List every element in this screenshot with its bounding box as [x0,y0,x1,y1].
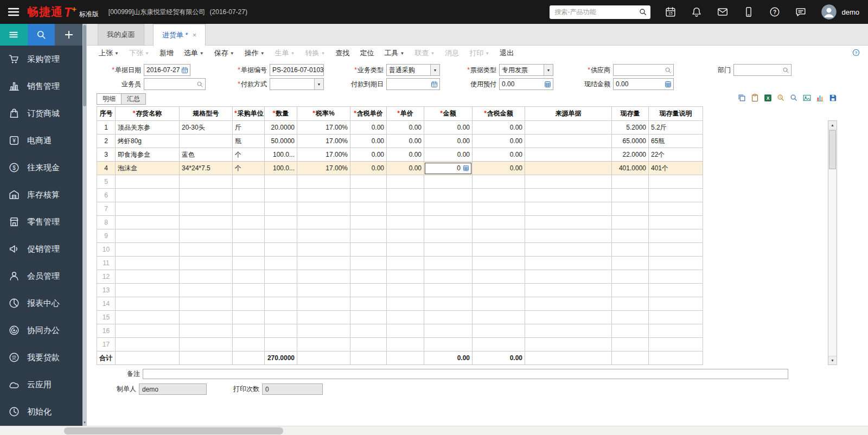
save-layout-icon[interactable] [828,93,838,103]
grid-cell[interactable] [233,338,265,351]
grid-cell[interactable] [180,229,233,243]
grid-cell[interactable] [473,297,525,311]
grid-cell[interactable] [350,311,387,324]
grid-cell[interactable] [424,243,473,257]
grid-cell[interactable] [424,270,473,284]
toolbar-locate[interactable]: 定位 [360,48,374,58]
grid-cell[interactable]: 0.00 [473,148,525,162]
grid-cell[interactable]: 20-30头 [180,121,233,135]
grid-cell[interactable] [525,297,612,311]
grid-cell[interactable] [612,311,649,324]
grid-cell[interactable] [649,324,703,338]
grid-cell[interactable]: 1 [97,121,116,135]
grid-cell[interactable]: 0.00 [473,135,525,148]
sidebar-item-inventory[interactable]: 库存核算 [0,181,82,208]
horizontal-scrollbar[interactable] [0,426,868,435]
grid-cell[interactable] [180,175,233,189]
pay-method-input[interactable]: ▼ [270,78,324,90]
paste-icon[interactable] [750,93,760,103]
grid-cell[interactable]: 20.0000 [265,121,297,135]
grid-empty-row[interactable]: 15 [97,311,703,324]
grid-cell[interactable] [265,284,297,297]
scroll-thumb[interactable] [829,130,836,169]
grid-empty-row[interactable]: 16 [97,324,703,338]
grid-cell[interactable] [612,229,649,243]
grid-cell[interactable] [473,284,525,297]
supplier-input[interactable] [613,64,674,76]
grid-cell[interactable] [350,202,387,216]
user-menu[interactable]: demo [821,4,859,20]
biz-type-input[interactable]: 普通采购▼ [386,64,440,76]
grid-cell[interactable]: 5.2000 [612,121,649,135]
grid-empty-row[interactable]: 17 [97,338,703,351]
sidebar-item-mall[interactable]: 订货商城 [0,100,82,127]
tab-close-icon[interactable]: × [193,31,197,39]
grid-cell[interactable] [525,189,612,202]
sidebar-item-retail[interactable]: 零售管理 [0,208,82,235]
grid-cell[interactable] [473,324,525,338]
grid-cell[interactable] [612,189,649,202]
sidebar-item-collaboration[interactable]: 协同办公 [0,317,82,344]
calendar-icon[interactable]: 15 [665,6,676,18]
grid-cell[interactable] [473,243,525,257]
grid-cell[interactable] [612,297,649,311]
grid-cell[interactable] [525,284,612,297]
grid-cell[interactable] [233,297,265,311]
sidebar-item-ecommerce[interactable]: ¥电商通 [0,127,82,154]
grid-cell[interactable] [297,229,350,243]
grid-row[interactable]: 4泡沫盒34*24*7.5个100.0...17.00%0.000.0000.0… [97,162,703,175]
scroll-down-icon[interactable]: ▼ [828,356,837,364]
grid-cell[interactable] [473,216,525,229]
toolbar-find[interactable]: 查找 [335,48,349,58]
grid-cell[interactable] [180,338,233,351]
grid-cell[interactable]: 22个 [649,148,703,162]
grid-row[interactable]: 1顶品关东参20-30头斤20.000017.00%0.000.000.000.… [97,121,703,135]
grid-cell[interactable] [350,338,387,351]
grid-cell[interactable] [525,121,612,135]
grid-cell-editing[interactable]: 0 [424,162,473,175]
hamburger-icon[interactable] [7,5,21,18]
grid-cell[interactable]: 9 [97,229,116,243]
grid-cell[interactable] [180,202,233,216]
help-icon[interactable]: ? [769,6,781,18]
grid-cell[interactable]: 2 [97,135,116,148]
grid-cell[interactable]: 401个 [649,162,703,175]
grid-cell[interactable] [265,202,297,216]
grid-cell[interactable] [649,189,703,202]
grid-cell[interactable] [424,175,473,189]
grid-cell[interactable] [473,311,525,324]
grid-cell[interactable]: 0.00 [387,121,424,135]
remark-input[interactable] [143,369,788,379]
grid-cell[interactable]: 个 [233,162,265,175]
avatar[interactable] [821,4,837,20]
grid-empty-row[interactable]: 6 [97,189,703,202]
grid-cell[interactable]: 100.0... [265,148,297,162]
sidebar-tile-search[interactable] [28,24,55,46]
grid-cell[interactable] [473,189,525,202]
grid-cell[interactable] [265,324,297,338]
grid-empty-row[interactable]: 9 [97,229,703,243]
grid-cell[interactable] [350,324,387,338]
grid-cell[interactable] [180,297,233,311]
scroll-up-icon[interactable]: ▲ [828,121,837,130]
grid-cell[interactable] [612,324,649,338]
search-input[interactable] [554,8,639,16]
grid-cell[interactable] [180,324,233,338]
grid-cell[interactable]: 3 [97,148,116,162]
grid-cell[interactable] [350,243,387,257]
pay-due-date-input[interactable] [386,78,440,90]
grid-cell[interactable] [265,297,297,311]
global-search[interactable] [550,5,650,19]
grid-cell[interactable] [297,297,350,311]
grid-cell[interactable] [649,257,703,270]
grid-cell[interactable] [297,216,350,229]
bell-icon[interactable] [691,6,703,18]
grid-cell[interactable]: 16 [97,324,116,338]
grid-cell[interactable] [265,229,297,243]
grid-cell[interactable] [233,243,265,257]
grid-cell[interactable] [233,270,265,284]
grid-cell[interactable] [424,189,473,202]
grid-cell[interactable] [180,257,233,270]
grid-cell[interactable]: 6 [97,189,116,202]
grid-cell[interactable]: 瓶 [233,135,265,148]
